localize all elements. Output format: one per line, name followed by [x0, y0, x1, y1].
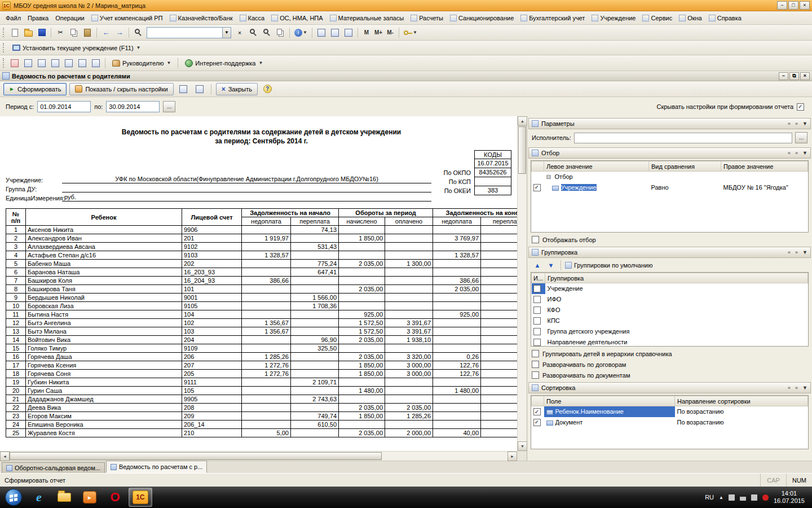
collapse-down-icon[interactable]: ▼: [802, 150, 807, 156]
file-explorer-button[interactable]: [52, 488, 76, 507]
table-button-3[interactable]: [342, 27, 355, 39]
quick-icon-button-2[interactable]: [22, 57, 34, 69]
collapse-left-icon[interactable]: «: [788, 249, 791, 255]
taskbar-clock[interactable]: 14:01 16.07.2015: [774, 490, 805, 505]
antivirus-tray-icon[interactable]: [762, 494, 769, 501]
find-next-button[interactable]: [247, 27, 259, 39]
opera-button[interactable]: O: [103, 488, 127, 507]
table-button-1[interactable]: [315, 27, 328, 39]
language-indicator[interactable]: RU: [705, 494, 714, 501]
filter-row[interactable]: ✓УчреждениеРавноМБДОУ № 16 "Ягодка": [532, 182, 808, 193]
clear-search-button[interactable]: ×: [233, 27, 246, 39]
executor-ellipsis-button[interactable]: ...: [795, 132, 807, 143]
collapse-left-icon[interactable]: «: [788, 121, 791, 126]
menu-item-3[interactable]: Операции: [52, 14, 87, 23]
sorting-row[interactable]: ✓Ребенок.НаименованиеПо возрастанию: [532, 406, 808, 417]
horizontal-scrollbar[interactable]: ◄ ►: [0, 451, 517, 461]
collapse-down-icon[interactable]: ▼: [802, 121, 807, 126]
bottom-tab-2[interactable]: Ведомость по расчетам с р...: [106, 461, 207, 473]
quick-icon-button-6[interactable]: [76, 57, 89, 69]
tree-collapse-icon[interactable]: ⊟: [546, 174, 553, 180]
generate-button[interactable]: ► Сформировать: [3, 83, 67, 95]
load-settings-button[interactable]: [176, 83, 190, 95]
grouping-option-checkbox[interactable]: [532, 361, 539, 368]
close-button[interactable]: ×: [800, 1, 810, 10]
grouping-row[interactable]: КПС: [532, 316, 808, 326]
network-tray-icon[interactable]: [740, 494, 746, 501]
menu-item-6[interactable]: Касса: [236, 14, 268, 23]
power-tray-icon[interactable]: [729, 494, 735, 501]
scroll-track[interactable]: [382, 452, 508, 461]
child-close-button[interactable]: ×: [800, 72, 810, 80]
grouping-option-checkbox[interactable]: [532, 350, 539, 357]
grouping-row-checkbox[interactable]: [533, 317, 541, 325]
move-down-button[interactable]: ▼: [545, 260, 557, 270]
info-button[interactable]: i▼: [293, 27, 309, 39]
media-player-button[interactable]: ►: [78, 488, 102, 507]
vertical-scrollbar[interactable]: ▲ ▼: [517, 116, 527, 451]
collapse-left-icon[interactable]: «: [788, 385, 791, 391]
cut-button[interactable]: ✂: [54, 27, 67, 39]
grouping-row[interactable]: Направление деятельности: [532, 337, 808, 347]
forward-button[interactable]: →: [113, 27, 126, 39]
grouping-row-checkbox[interactable]: [533, 339, 541, 346]
toolbar-grip[interactable]: [3, 28, 5, 37]
grouping-row-checkbox[interactable]: [533, 306, 541, 314]
grouping-row-checkbox[interactable]: [533, 328, 541, 335]
bottom-tab-1[interactable]: Оборотно-сальдовая ведом...: [2, 462, 105, 473]
quick-icon-button-4[interactable]: [49, 57, 61, 69]
grouping-row[interactable]: Учреждение: [532, 283, 808, 294]
minimize-button[interactable]: −: [777, 1, 787, 10]
scroll-left-button[interactable]: ◄: [0, 452, 10, 461]
grouping-option-checkbox[interactable]: [532, 371, 539, 379]
default-groupings-label[interactable]: Группировки по умолчанию: [574, 262, 652, 269]
start-button[interactable]: [2, 488, 25, 507]
memory-button-M[interactable]: M: [361, 27, 372, 38]
collapse-right-icon[interactable]: »: [795, 385, 798, 391]
find-button[interactable]: [132, 27, 144, 39]
quick-icon-button-7[interactable]: [90, 57, 102, 69]
period-to-input[interactable]: [106, 101, 160, 112]
menu-item-14[interactable]: Окна: [676, 14, 705, 23]
menu-item-13[interactable]: Сервис: [639, 14, 676, 23]
table-button-2[interactable]: [329, 27, 341, 39]
toolbar-grip[interactable]: [3, 43, 5, 52]
menu-item-5[interactable]: Казначейство/Банк: [166, 14, 236, 23]
scroll-up-button[interactable]: ▲: [518, 116, 527, 126]
back-button[interactable]: ←: [100, 27, 112, 39]
executor-input[interactable]: [574, 133, 792, 143]
toggle-settings-button[interactable]: Показать / скрыть настройки: [69, 83, 173, 95]
sorting-row[interactable]: ✓ДокументПо возрастанию: [532, 417, 808, 428]
set-institution-button[interactable]: Установить текущее учреждение (F11) ▼: [8, 42, 145, 54]
collapse-right-icon[interactable]: »: [795, 121, 798, 126]
grouping-row[interactable]: ИФО: [532, 294, 808, 305]
new-button[interactable]: [8, 27, 21, 39]
grouping-row-checkbox[interactable]: [533, 296, 541, 303]
sorting-row-checkbox[interactable]: ✓: [533, 408, 541, 415]
maximize-button[interactable]: □: [788, 1, 798, 10]
hide-settings-checkbox[interactable]: ✓: [797, 103, 804, 111]
memory-button-M-[interactable]: M-: [385, 27, 396, 38]
horizontal-scroll-thumb[interactable]: [10, 452, 382, 460]
collapse-left-icon[interactable]: «: [788, 150, 791, 156]
show-filter-checkbox[interactable]: [532, 236, 539, 243]
menu-item-8[interactable]: Материальные запасы: [326, 14, 408, 23]
menu-item-11[interactable]: Бухгалтерский учет: [517, 14, 588, 23]
memory-button-M+[interactable]: M+: [373, 27, 384, 38]
sorting-row-checkbox[interactable]: ✓: [533, 419, 541, 426]
toolbar-grip[interactable]: [3, 58, 5, 68]
find-prev-button[interactable]: [261, 27, 273, 39]
filter-row-checkbox[interactable]: ✓: [533, 184, 541, 191]
period-from-input[interactable]: [37, 101, 91, 112]
menu-item-4[interactable]: Учет компенсаций РП: [88, 14, 166, 23]
internet-explorer-button[interactable]: e: [27, 488, 51, 507]
save-settings-button[interactable]: [193, 83, 206, 95]
duplicate-view-button[interactable]: [274, 27, 286, 39]
grouping-row-checkbox[interactable]: [533, 285, 541, 292]
quick-icon-button-3[interactable]: [36, 57, 48, 69]
volume-tray-icon[interactable]: [751, 494, 757, 501]
vertical-scroll-thumb[interactable]: [518, 126, 526, 174]
child-minimize-button[interactable]: −: [779, 72, 788, 80]
help-button[interactable]: ?: [261, 83, 274, 95]
combo-dropdown-button[interactable]: ▼: [222, 28, 231, 38]
